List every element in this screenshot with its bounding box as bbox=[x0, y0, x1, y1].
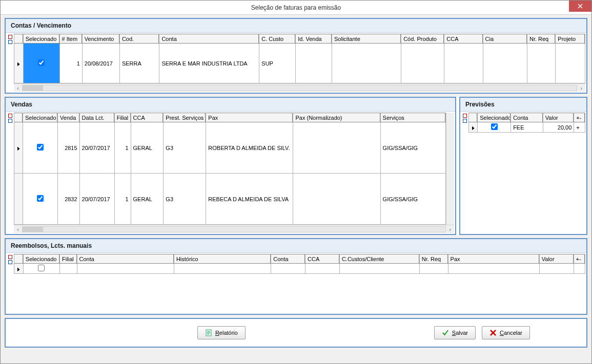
cell-prest[interactable]: G3 bbox=[164, 174, 206, 225]
cell-cca[interactable]: GERAL bbox=[131, 174, 164, 225]
col-header[interactable]: CCA bbox=[444, 34, 483, 44]
cell-pm[interactable] bbox=[574, 264, 585, 274]
col-header[interactable]: Pax bbox=[206, 113, 293, 122]
col-header[interactable]: Valor bbox=[543, 113, 574, 122]
col-header[interactable]: Cod. bbox=[119, 34, 159, 44]
scroll-track[interactable] bbox=[22, 85, 577, 91]
cell-projeto[interactable] bbox=[556, 44, 585, 83]
table-row[interactable] bbox=[14, 264, 585, 274]
cell-prest[interactable]: G3 bbox=[164, 122, 206, 174]
checkbox[interactable] bbox=[38, 265, 45, 271]
scroll-right-icon[interactable]: › bbox=[577, 84, 585, 92]
cell-ccusto[interactable]: SUP bbox=[259, 44, 296, 83]
col-header[interactable]: Filial bbox=[60, 254, 77, 264]
col-header[interactable]: CCA bbox=[131, 113, 164, 122]
col-header[interactable]: Filial bbox=[114, 113, 131, 122]
cell-ccustos[interactable] bbox=[339, 264, 419, 274]
cell-selecionado[interactable] bbox=[23, 174, 58, 225]
col-header[interactable]: Selecionado bbox=[478, 113, 511, 122]
close-button[interactable] bbox=[569, 1, 591, 12]
cell-pax[interactable] bbox=[448, 264, 539, 274]
scroll-thumb[interactable] bbox=[23, 85, 43, 91]
marker-icon[interactable] bbox=[463, 114, 467, 118]
grid-contas[interactable]: Selecionado # Item Vencimento Cod. Conta… bbox=[14, 34, 585, 83]
col-header[interactable]: Serviços bbox=[380, 113, 446, 122]
cell-item[interactable]: 1 bbox=[59, 44, 82, 83]
col-header[interactable]: Venda bbox=[58, 113, 80, 122]
col-header[interactable]: Prest. Serviços bbox=[164, 113, 206, 122]
scroll-left-icon[interactable]: ‹ bbox=[14, 84, 22, 92]
cell-cod[interactable]: SERRA bbox=[119, 44, 159, 83]
col-header[interactable]: Nr. Req bbox=[419, 254, 448, 264]
col-header[interactable]: # Item bbox=[59, 34, 82, 44]
cell-conta1[interactable] bbox=[77, 264, 174, 274]
cell-idvenda[interactable] bbox=[296, 44, 332, 83]
cell-filial[interactable]: 1 bbox=[114, 122, 131, 174]
col-header[interactable]: Selecionado bbox=[23, 34, 59, 44]
cell-nrreq[interactable] bbox=[419, 264, 448, 274]
grid-vendas[interactable]: Selecionado Venda Data Lct. Filial CCA P… bbox=[14, 113, 446, 225]
cell-datalct[interactable]: 20/07/2017 bbox=[79, 122, 114, 174]
checkbox[interactable] bbox=[37, 144, 44, 151]
grid-reembolsos[interactable]: Selecionado Filial Conta Histórico Conta… bbox=[14, 254, 585, 274]
col-header[interactable]: Selecionado bbox=[23, 113, 58, 122]
col-header[interactable]: +- bbox=[574, 254, 585, 264]
cell-valor[interactable]: 20,00 bbox=[543, 122, 574, 133]
hscrollbar[interactable]: ‹ › bbox=[14, 83, 585, 92]
cancelar-button[interactable]: Cancelar bbox=[482, 326, 530, 339]
col-header[interactable]: Conta bbox=[271, 254, 305, 264]
cell-cca[interactable] bbox=[444, 44, 483, 83]
cell-filial[interactable] bbox=[60, 264, 77, 274]
cell-selecionado[interactable] bbox=[478, 122, 511, 133]
cell-selecionado[interactable] bbox=[23, 264, 59, 274]
cell-historico[interactable] bbox=[174, 264, 271, 274]
cell-cia[interactable] bbox=[483, 44, 527, 83]
col-header[interactable]: CCA bbox=[305, 254, 340, 264]
col-header[interactable]: Conta bbox=[159, 34, 259, 44]
cell-cca[interactable] bbox=[305, 264, 340, 274]
hscrollbar[interactable]: ‹ › bbox=[14, 225, 454, 233]
salvar-button[interactable]: Salvar bbox=[434, 326, 476, 339]
cell-conta[interactable]: FEE bbox=[511, 122, 543, 133]
scroll-left-icon[interactable]: ‹ bbox=[14, 225, 22, 233]
cell-pax[interactable]: ROBERTA D ALMEIDA DE SILV. bbox=[206, 122, 293, 174]
col-header[interactable]: Selecionado bbox=[23, 254, 59, 264]
cell-venda[interactable]: 2815 bbox=[58, 122, 80, 174]
col-header[interactable]: Conta bbox=[511, 113, 543, 122]
cell-selecionado[interactable] bbox=[23, 44, 59, 83]
checkbox[interactable] bbox=[38, 59, 45, 66]
col-header[interactable]: C.Custos/Cliente bbox=[339, 254, 419, 264]
col-header[interactable]: Vencimento bbox=[82, 34, 119, 44]
cell-conta[interactable]: SERRA E MAR INDUSTRIA LTDA bbox=[159, 44, 259, 83]
grid-previsoes[interactable]: Selecionado Conta Valor +- bbox=[468, 113, 585, 133]
cell-pm[interactable]: + bbox=[574, 122, 585, 133]
col-header[interactable]: Data Lct. bbox=[79, 113, 114, 122]
checkbox[interactable] bbox=[37, 195, 44, 202]
checkbox[interactable] bbox=[491, 123, 498, 130]
cell-pax[interactable]: REBECA D ALMEIDA DE SILVA bbox=[206, 174, 293, 225]
col-header[interactable]: Pax (Normalizado) bbox=[293, 113, 380, 122]
vscrollbar[interactable] bbox=[446, 113, 454, 225]
col-header[interactable]: C. Custo bbox=[259, 34, 296, 44]
marker-icon[interactable] bbox=[8, 40, 12, 44]
marker-icon[interactable] bbox=[8, 119, 12, 123]
table-row[interactable]: 2832 20/07/2017 1 GERAL G3 REBECA D ALME… bbox=[14, 174, 446, 225]
cell-conta2[interactable] bbox=[271, 264, 305, 274]
relatorio-button[interactable]: Relatório bbox=[197, 326, 246, 339]
col-header[interactable]: Nr. Req bbox=[527, 34, 555, 44]
col-header[interactable]: Cia bbox=[483, 34, 527, 44]
cell-venda[interactable]: 2832 bbox=[58, 174, 80, 225]
cell-nrreq[interactable] bbox=[527, 44, 555, 83]
table-row[interactable]: 2815 20/07/2017 1 GERAL G3 ROBERTA D ALM… bbox=[14, 122, 446, 174]
cell-filial[interactable]: 1 bbox=[114, 174, 131, 225]
col-header[interactable]: Cód. Produto bbox=[401, 34, 444, 44]
cell-servicos[interactable]: GIG/SSA/GIG bbox=[380, 122, 446, 174]
table-row[interactable]: 1 20/08/2017 SERRA SERRA E MAR INDUSTRIA… bbox=[14, 44, 585, 83]
scroll-track[interactable] bbox=[22, 226, 446, 232]
marker-icon[interactable] bbox=[8, 260, 12, 264]
col-header[interactable]: Pax bbox=[448, 254, 539, 264]
col-header[interactable]: Solicitante bbox=[332, 34, 401, 44]
marker-icon[interactable] bbox=[8, 35, 12, 39]
col-header[interactable]: Id. Venda bbox=[296, 34, 332, 44]
col-header[interactable]: Histórico bbox=[174, 254, 271, 264]
